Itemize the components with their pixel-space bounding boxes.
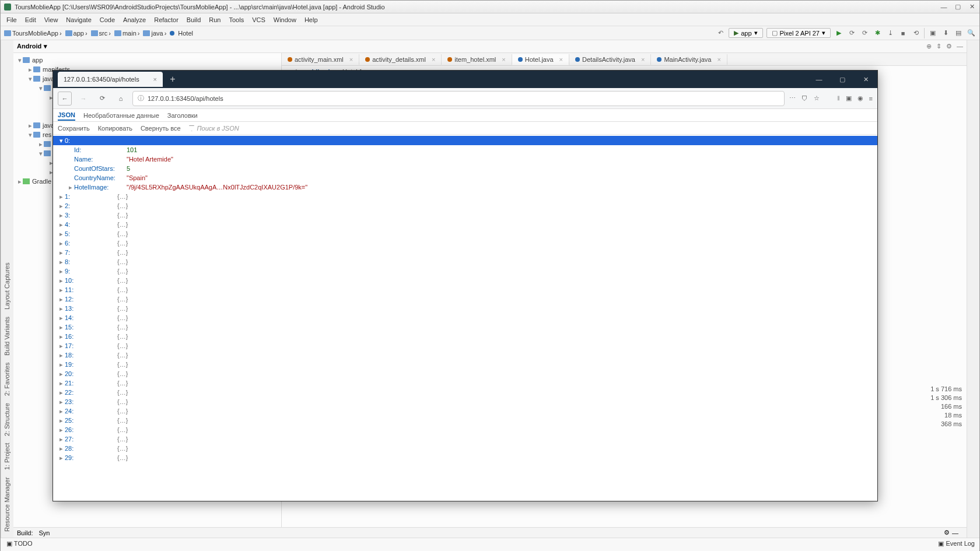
minimize-icon[interactable]: —	[807, 71, 831, 88]
project-view-dropdown[interactable]: Android▾	[17, 43, 47, 50]
gutter-build-variants[interactable]: Build Variants	[2, 314, 12, 358]
tab-item-hotel[interactable]: item_hotel.xml×	[442, 54, 512, 65]
json-save[interactable]: Сохранить	[58, 125, 90, 132]
arrow-right-icon[interactable]: ▸	[58, 240, 65, 247]
sidebar-icon[interactable]: ▣	[846, 94, 852, 102]
gutter-layout-captures[interactable]: Layout Captures	[2, 260, 12, 312]
sdk-icon[interactable]: ⬇	[941, 29, 950, 38]
json-field-row[interactable]: ▸HotelImage:"/9j/4SL5RXhpZgAASUkqAAgA…Nx…	[53, 183, 877, 192]
reload-button[interactable]: ⟳	[95, 92, 109, 106]
menu-code[interactable]: Code	[96, 15, 118, 24]
json-copy[interactable]: Копировать	[98, 125, 132, 132]
sync-label[interactable]: Syn	[39, 529, 50, 536]
json-tree[interactable]: ▾ 0: Id:101Name:"Hotel Artemide"CountOfS…	[53, 135, 877, 501]
account-icon[interactable]: ◉	[858, 94, 863, 102]
arrow-right-icon[interactable]: ▸	[58, 380, 65, 387]
gutter-project[interactable]: 1: Project	[2, 441, 12, 472]
menu-file[interactable]: File	[3, 15, 20, 24]
json-collapsed-row[interactable]: ▸18:{…}	[53, 350, 877, 360]
target-icon[interactable]: ⊕	[926, 43, 932, 50]
arrow-right-icon[interactable]: ▸	[67, 184, 74, 191]
json-collapsed-row[interactable]: ▸20:{…}	[53, 369, 877, 378]
run-config-dropdown[interactable]: ▶app▾	[729, 28, 762, 38]
url-input[interactable]: ⓘ 127.0.0.1:63450/api/hotels	[132, 91, 785, 106]
menu-help[interactable]: Help	[301, 15, 321, 24]
json-collapsed-row[interactable]: ▸25:{…}	[53, 416, 877, 425]
json-collapsed-row[interactable]: ▸4:{…}	[53, 220, 877, 229]
menu-run[interactable]: Run	[205, 15, 224, 24]
json-collapsed-row[interactable]: ▸17:{…}	[53, 341, 877, 350]
menu-navigate[interactable]: Navigate	[62, 15, 94, 24]
sync-icon[interactable]: ⟲	[911, 29, 921, 38]
run-icon[interactable]: ▶	[834, 29, 844, 38]
tab-hotel-java[interactable]: Hotel.java×	[512, 54, 569, 65]
arrow-right-icon[interactable]: ▸	[58, 221, 65, 229]
tree-node[interactable]: res	[43, 131, 51, 138]
json-collapsed-row[interactable]: ▸23:{…}	[53, 397, 877, 406]
json-collapsed-row[interactable]: ▸11:{…}	[53, 285, 877, 294]
gutter-favorites[interactable]: 2: Favorites	[2, 360, 12, 398]
json-collapsed-row[interactable]: ▸27:{…}	[53, 434, 877, 444]
bookmark-icon[interactable]: ☆	[814, 94, 820, 102]
close-icon[interactable]: ✕	[854, 71, 877, 88]
arrow-right-icon[interactable]: ▸	[58, 352, 65, 359]
tab-details-activity[interactable]: DetailsActivity.java×	[569, 54, 651, 65]
device-dropdown[interactable]: ▢Pixel 2 API 27▾	[766, 28, 831, 38]
tab-activity-details[interactable]: activity_details.xml×	[359, 54, 442, 65]
json-collapsed-row[interactable]: ▸22:{…}	[53, 388, 877, 397]
minimize-icon[interactable]: —	[940, 3, 948, 10]
json-collapsed-row[interactable]: ▸8:{…}	[53, 257, 877, 266]
back-button[interactable]: ←	[58, 92, 72, 106]
json-field-row[interactable]: Id:101	[53, 145, 877, 155]
tab-activity-main[interactable]: activity_main.xml×	[282, 54, 359, 65]
arrow-right-icon[interactable]: ▸	[58, 314, 65, 322]
json-root-node[interactable]: ▾ 0:	[53, 136, 877, 145]
hide-icon[interactable]: —	[952, 529, 958, 536]
gear-icon[interactable]: ⚙	[944, 529, 950, 536]
json-collapsed-row[interactable]: ▸9:{…}	[53, 266, 877, 276]
shield-icon[interactable]: ⛉	[802, 95, 808, 102]
json-collapsed-row[interactable]: ▸6:{…}	[53, 238, 877, 248]
menu-window[interactable]: Window	[270, 15, 300, 24]
menu-view[interactable]: View	[41, 15, 62, 24]
arrow-right-icon[interactable]: ▸	[58, 398, 65, 406]
json-collapsed-row[interactable]: ▸24:{…}	[53, 406, 877, 416]
stop-icon[interactable]: ■	[898, 29, 908, 38]
arrow-right-icon[interactable]: ▸	[58, 361, 65, 368]
arrow-right-icon[interactable]: ▸	[58, 370, 65, 378]
home-button[interactable]: ⌂	[114, 92, 128, 106]
arrow-right-icon[interactable]: ▸	[58, 389, 65, 396]
json-collapsed-row[interactable]: ▸1:{…}	[53, 192, 877, 201]
json-collapse-all[interactable]: Свернуть все	[141, 125, 181, 132]
arrow-right-icon[interactable]: ▸	[58, 268, 65, 275]
json-collapsed-row[interactable]: ▸21:{…}	[53, 378, 877, 388]
json-collapsed-row[interactable]: ▸15:{…}	[53, 322, 877, 332]
menu-analyze[interactable]: Analyze	[120, 15, 149, 24]
site-info-icon[interactable]: ⓘ	[138, 94, 144, 103]
back-icon[interactable]: ↶	[716, 29, 725, 38]
json-collapsed-row[interactable]: ▸19:{…}	[53, 360, 877, 369]
forward-button[interactable]: →	[76, 92, 90, 106]
maximize-icon[interactable]: ▢	[831, 71, 854, 88]
arrow-right-icon[interactable]: ▸	[58, 258, 65, 266]
arrow-right-icon[interactable]: ▸	[58, 286, 65, 294]
arrow-down-icon[interactable]: ▾	[58, 137, 65, 145]
json-collapsed-row[interactable]: ▸12:{…}	[53, 294, 877, 304]
arrow-right-icon[interactable]: ▸	[58, 193, 65, 201]
hide-icon[interactable]: —	[957, 43, 963, 50]
subtab-json[interactable]: JSON	[58, 110, 75, 121]
menu-tools[interactable]: Tools	[225, 15, 247, 24]
json-collapsed-row[interactable]: ▸2:{…}	[53, 201, 877, 210]
arrow-right-icon[interactable]: ▸	[58, 249, 65, 257]
new-tab-button[interactable]: +	[165, 72, 180, 87]
collapse-icon[interactable]: ⇕	[936, 43, 942, 50]
json-collapsed-row[interactable]: ▸10:{…}	[53, 276, 877, 285]
json-field-row[interactable]: CountOfStars:5	[53, 164, 877, 173]
subtab-raw[interactable]: Необработанные данные	[83, 111, 159, 120]
json-collapsed-row[interactable]: ▸13:{…}	[53, 304, 877, 313]
arrow-right-icon[interactable]: ▸	[58, 277, 65, 285]
maximize-icon[interactable]: ▢	[954, 3, 962, 10]
json-search[interactable]: Поиск в JSON	[189, 125, 239, 132]
arrow-right-icon[interactable]: ▸	[58, 212, 65, 219]
arrow-right-icon[interactable]: ▸	[58, 436, 65, 443]
